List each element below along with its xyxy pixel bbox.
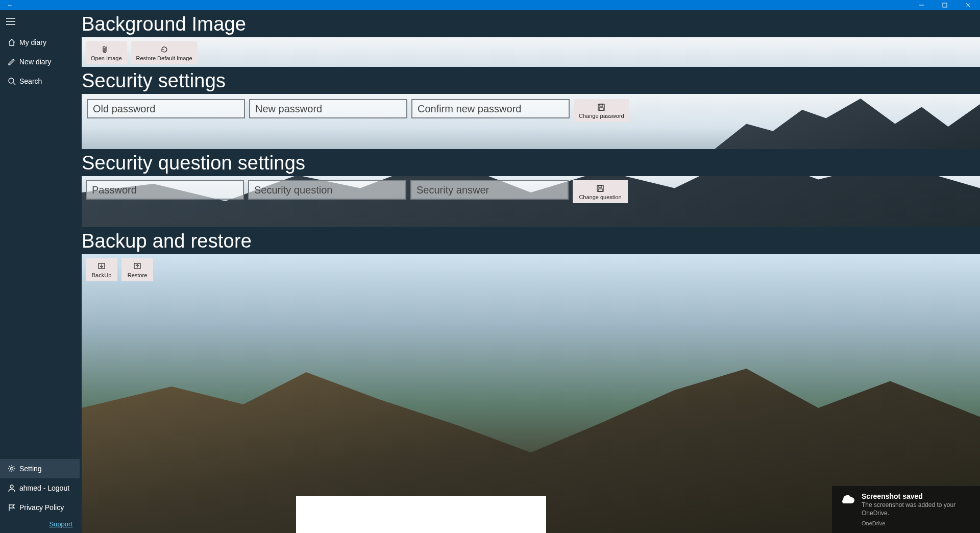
sidebar-item-new-diary[interactable]: New diary xyxy=(0,52,80,71)
svg-rect-13 xyxy=(600,104,603,106)
security-question-input[interactable] xyxy=(248,180,406,200)
change-question-button[interactable]: Change question xyxy=(573,180,628,203)
sidebar-item-label: Privacy Policy xyxy=(19,503,64,512)
gear-icon xyxy=(6,465,17,473)
sidebar-item-label: My diary xyxy=(19,38,46,46)
save-icon xyxy=(597,102,605,112)
sidebar-item-label: New diary xyxy=(19,58,51,66)
svg-point-9 xyxy=(11,468,13,470)
window-maximize-button[interactable] xyxy=(933,0,957,10)
user-icon xyxy=(6,484,17,492)
section-title-security-settings: Security settings xyxy=(82,67,980,94)
svg-rect-14 xyxy=(599,108,603,110)
section-title-backup-restore: Backup and restore xyxy=(82,227,980,254)
old-password-input[interactable] xyxy=(87,99,245,118)
support-link-container: Support xyxy=(0,517,80,533)
open-image-button[interactable]: Open Image xyxy=(86,41,127,64)
save-icon xyxy=(596,183,604,193)
button-label: BackUp xyxy=(92,272,112,278)
sq-password-input[interactable] xyxy=(86,180,244,200)
flag-icon xyxy=(6,503,17,512)
section-title-background-image: Background Image xyxy=(82,10,980,37)
confirm-password-input[interactable] xyxy=(411,99,570,118)
toast-message: The screenshot was added to your OneDriv… xyxy=(862,501,973,517)
svg-line-8 xyxy=(13,83,15,85)
security-question-banner: Change question xyxy=(82,176,980,227)
refresh-icon xyxy=(160,44,168,55)
sidebar-item-logout[interactable]: ahmed - Logout xyxy=(0,478,80,498)
hamburger-button[interactable] xyxy=(0,10,80,33)
svg-rect-1 xyxy=(943,3,947,7)
backup-restore-banner: BackUp Restore Screenshot saved The scre… xyxy=(82,254,980,533)
svg-rect-17 xyxy=(598,189,602,191)
background-image-banner: Open Image Restore Default Image xyxy=(82,37,980,67)
svg-point-7 xyxy=(9,78,14,83)
download-icon xyxy=(97,261,106,272)
cloud-icon xyxy=(839,492,855,527)
security-answer-input[interactable] xyxy=(410,180,569,200)
button-label: Change question xyxy=(579,194,621,200)
sidebar-item-label: Setting xyxy=(19,465,42,473)
pencil-icon xyxy=(6,58,17,66)
restore-button[interactable]: Restore xyxy=(121,258,153,281)
onedrive-toast[interactable]: Screenshot saved The screenshot was adde… xyxy=(832,486,980,533)
sidebar-item-setting[interactable]: Setting xyxy=(0,459,80,478)
section-title-security-question: Security question settings xyxy=(82,149,980,176)
new-password-input[interactable] xyxy=(249,99,407,118)
security-settings-banner: Change password xyxy=(82,94,980,149)
sidebar-item-search[interactable]: Search xyxy=(0,71,80,91)
button-label: Restore xyxy=(128,272,148,278)
sidebar-item-label: Search xyxy=(19,77,42,85)
home-icon xyxy=(6,38,17,46)
button-label: Open Image xyxy=(91,55,122,61)
back-button[interactable]: ← xyxy=(0,2,20,9)
attachment-icon xyxy=(102,44,110,55)
svg-point-10 xyxy=(10,485,13,488)
restore-default-image-button[interactable]: Restore Default Image xyxy=(131,41,198,64)
svg-rect-16 xyxy=(599,185,602,187)
titlebar: ← xyxy=(0,0,980,10)
sidebar: My diary New diary Search Setting ahmed … xyxy=(0,10,80,533)
button-label: Restore Default Image xyxy=(136,55,192,61)
ad-placeholder xyxy=(296,496,546,533)
sidebar-item-privacy[interactable]: Privacy Policy xyxy=(0,498,80,517)
backup-button[interactable]: BackUp xyxy=(86,258,117,281)
window-close-button[interactable] xyxy=(957,0,980,10)
toast-source: OneDrive xyxy=(862,520,973,526)
search-icon xyxy=(6,77,17,85)
button-label: Change password xyxy=(579,113,624,119)
content: Background Image Open Image Restore Defa… xyxy=(80,10,980,533)
support-link[interactable]: Support xyxy=(49,520,72,528)
toast-title: Screenshot saved xyxy=(862,492,973,500)
sidebar-item-my-diary[interactable]: My diary xyxy=(0,33,80,52)
window-minimize-button[interactable] xyxy=(910,0,933,10)
upload-icon xyxy=(133,261,141,272)
change-password-button[interactable]: Change password xyxy=(574,99,629,122)
sidebar-item-label: ahmed - Logout xyxy=(19,484,69,492)
